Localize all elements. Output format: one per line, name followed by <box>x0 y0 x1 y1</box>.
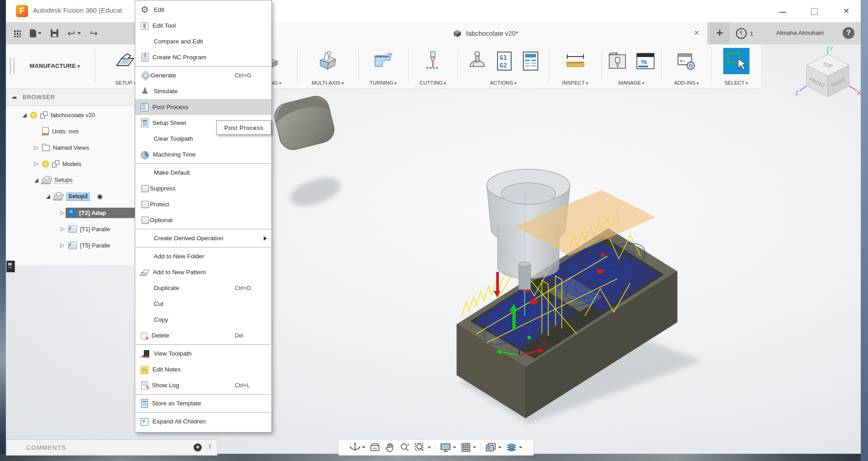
document-tab-label: fabchocolate v20* <box>466 30 518 37</box>
redo-button[interactable]: ↪ <box>90 29 98 38</box>
menu-item-label: Clear Toolpath <box>154 135 193 142</box>
tree-expander-icon[interactable] <box>33 144 39 151</box>
context-menu-item[interactable]: Delete Del <box>135 328 271 343</box>
workspace-switcher[interactable]: MANUFACTURE <box>6 44 95 89</box>
tree-expander-icon[interactable] <box>59 209 66 216</box>
context-menu-item[interactable]: Suppress <box>135 181 271 196</box>
ribbon-group-multi-axis[interactable]: MULTI-AXIS <box>297 44 358 89</box>
zoom-button[interactable]: ± <box>399 442 410 453</box>
ribbon-group-label: ADD-INS <box>661 80 711 86</box>
context-menu-item[interactable]: Post Process <box>135 99 271 115</box>
tree-item-icon <box>40 111 47 119</box>
close-button[interactable]: ✕ <box>842 7 851 16</box>
user-account-button[interactable]: Almaha Almuhairi <box>760 29 840 36</box>
context-menu-item[interactable]: Protect <box>135 196 271 212</box>
context-menu-item[interactable]: Create NC Program <box>135 49 271 65</box>
maximize-button[interactable] <box>810 7 819 16</box>
version-status[interactable]: 1 <box>736 28 754 39</box>
parameters-icon: % <box>636 51 655 71</box>
context-menu-item[interactable]: Edit Notes <box>135 361 271 377</box>
menu-item-icon <box>141 269 149 276</box>
tree-item-icon <box>42 161 49 167</box>
tree-expander-icon[interactable] <box>21 112 28 118</box>
tree-expander-icon[interactable] <box>45 193 51 200</box>
tree-expander-icon[interactable] <box>33 177 39 183</box>
tab-close-icon[interactable]: ✕ <box>694 29 700 38</box>
ribbon-group-actions[interactable]: G1 G2 ACTIONS <box>458 44 549 89</box>
context-menu-item[interactable]: Expand All Children <box>135 413 271 429</box>
minimize-button[interactable] <box>778 7 787 16</box>
select-icon <box>726 52 747 71</box>
context-menu-item[interactable]: Edit Tool <box>135 18 271 33</box>
ribbon-group-turning[interactable]: TURNING <box>358 44 408 89</box>
triad-x-label: X <box>541 339 546 347</box>
context-menu-item[interactable]: Store as Template <box>135 395 271 411</box>
display-settings-button[interactable] <box>440 442 456 453</box>
context-menu-item[interactable]: Make Default <box>135 165 271 181</box>
help-button[interactable]: ? <box>843 27 854 39</box>
tree-expander-icon[interactable] <box>59 242 66 248</box>
context-menu-item[interactable]: Simulate <box>135 83 271 99</box>
comments-bar[interactable]: COMMENTS + ‖ <box>6 439 218 456</box>
machined-part[interactable] <box>272 94 337 152</box>
context-menu-item[interactable]: Copy <box>135 312 271 328</box>
context-menu-item[interactable]: Optional <box>135 212 271 228</box>
menu-item-label: Edit Tool <box>152 22 176 29</box>
menu-item-icon <box>141 151 149 159</box>
grid-snaps-button[interactable] <box>460 442 476 453</box>
zoom-window-button[interactable] <box>414 442 431 453</box>
ribbon-group-inspect[interactable]: INSPECT <box>549 44 602 89</box>
file-menu-button[interactable] <box>30 29 42 38</box>
tree-expander-icon[interactable] <box>59 226 66 232</box>
save-button[interactable] <box>51 29 58 37</box>
select-tool-active[interactable] <box>723 48 749 74</box>
undo-icon: ↩ <box>67 29 76 38</box>
menu-item-label: Cut <box>154 300 163 307</box>
context-menu-item[interactable]: Cut <box>135 296 271 312</box>
comments-resize-handle[interactable]: ‖ <box>209 443 212 450</box>
menu-item-shortcut: Del <box>235 333 243 339</box>
active-setup-target-icon: ◉ <box>97 192 103 200</box>
ribbon-group-manage[interactable]: % MANAGE <box>602 44 661 89</box>
orbit-button[interactable] <box>350 442 365 453</box>
context-menu-item[interactable]: Create Derived Operation <box>135 230 271 246</box>
ribbon-group-cutting[interactable]: CUTTING <box>408 44 458 89</box>
tree-item-label: Setups <box>54 176 72 184</box>
context-menu-item[interactable]: Generate Ctrl+G <box>135 67 271 83</box>
context-menu-item[interactable]: Duplicate Ctrl+D <box>135 280 271 296</box>
context-menu-item[interactable]: Show Log Ctrl+L <box>135 377 271 393</box>
menu-item-icon <box>141 119 148 127</box>
context-menu-item[interactable]: Compare and Edit <box>135 33 271 49</box>
context-menu-item[interactable]: View Toolpath <box>135 346 271 361</box>
menu-item-icon <box>142 185 149 192</box>
new-tab-button[interactable]: + <box>710 22 730 44</box>
context-menu-item[interactable]: Add to New Folder <box>135 248 271 264</box>
pan-button[interactable] <box>384 442 395 453</box>
context-menu-item[interactable]: Add to New Pattern <box>135 264 271 280</box>
menu-item-label: Generate <box>151 72 176 79</box>
tree-expander-icon[interactable] <box>33 161 39 167</box>
view-cube[interactable]: TOP FRONT RIGHT Y X Z <box>794 45 862 102</box>
document-tab[interactable]: fabchocolate v20* ✕ <box>265 22 707 44</box>
context-menu-item[interactable]: Edit <box>135 2 271 18</box>
menu-item-icon <box>141 252 150 261</box>
tooltip-text: Post Process <box>224 124 264 131</box>
undo-button[interactable]: ↩ <box>67 29 81 38</box>
viewports-button[interactable] <box>485 442 502 453</box>
ribbon-group-select[interactable]: SELECT <box>711 44 761 89</box>
menu-item-label: Store as Template <box>152 400 201 407</box>
menu-item-icon <box>141 284 150 293</box>
menu-item-shortcut: Ctrl+G <box>235 72 251 79</box>
ribbon-group-addins[interactable]: >- ADD-INS <box>661 44 711 89</box>
visual-style-button[interactable] <box>506 442 522 453</box>
menu-item-label: Post Process <box>152 104 189 110</box>
zoom-icon: ± <box>399 442 410 453</box>
app-grid-button[interactable] <box>13 29 21 37</box>
menu-item-label: Edit Notes <box>152 366 180 373</box>
look-at-button[interactable] <box>370 442 380 453</box>
drag-handle[interactable] <box>10 58 14 74</box>
collapse-panel-icon[interactable]: ◂◂ <box>12 94 15 100</box>
add-comment-button[interactable]: + <box>194 443 202 451</box>
context-menu-item[interactable]: Machining Time <box>135 147 271 162</box>
ribbon-group-label: SELECT <box>711 80 761 86</box>
